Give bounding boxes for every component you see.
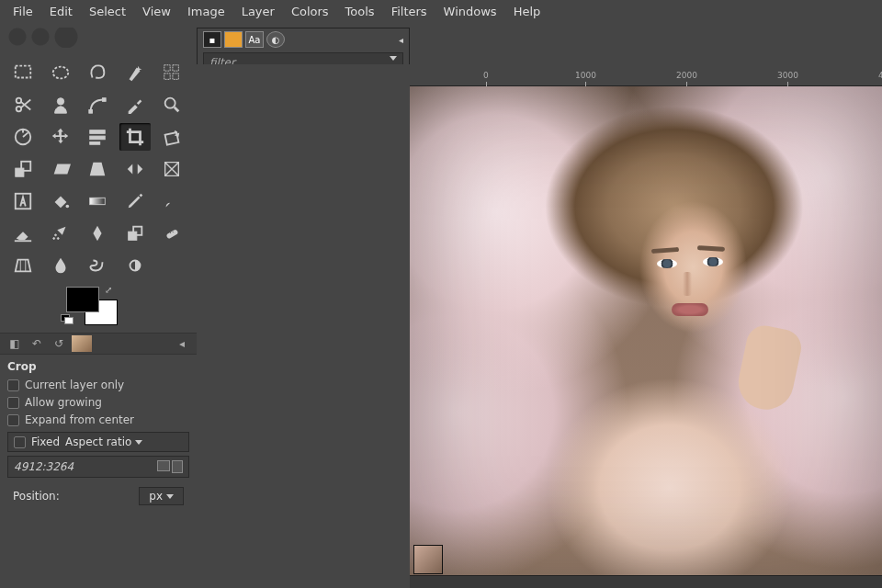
paths-tool[interactable]	[82, 91, 113, 119]
layer-thumbnail[interactable]	[413, 545, 443, 574]
rect-select-tool[interactable]	[7, 59, 39, 86]
default-colors-icon[interactable]	[61, 314, 74, 323]
dock-menu-icon[interactable]: ◂	[173, 335, 191, 352]
portrait-icon[interactable]	[172, 460, 183, 473]
toolbox-header-decoration	[0, 22, 197, 53]
menu-tools[interactable]: Tools	[338, 2, 382, 21]
portrait-hand	[734, 322, 805, 415]
expand-from-center-option[interactable]: Expand from center	[7, 413, 189, 426]
checkbox-icon[interactable]	[14, 436, 26, 448]
svg-point-20	[65, 205, 69, 209]
dodge-burn-tool[interactable]	[119, 252, 151, 279]
heal-tool[interactable]	[156, 220, 187, 247]
scissors-tool[interactable]	[7, 91, 39, 119]
tool-options-panel: Crop Current layer only Allow growing Ex…	[0, 354, 197, 513]
fuzzy-select-tool[interactable]	[119, 59, 151, 86]
paintbrush-tool[interactable]	[156, 187, 187, 215]
cage-tool[interactable]	[156, 155, 187, 183]
svg-rect-10	[103, 98, 107, 102]
layer-strip[interactable]	[410, 575, 882, 588]
scale-tool[interactable]	[7, 155, 39, 183]
brush-dock-tabs: ▪ Aa ◐ ◂	[198, 28, 409, 51]
landscape-icon[interactable]	[157, 460, 170, 471]
ruler-tick: 3000	[777, 71, 798, 80]
images-tab-icon[interactable]	[72, 335, 92, 352]
gradients-tab-icon[interactable]: ◐	[266, 31, 285, 48]
orientation-toggle[interactable]	[157, 460, 183, 473]
color-picker-tool[interactable]	[119, 91, 151, 119]
flip-tool[interactable]	[119, 155, 151, 183]
menu-edit[interactable]: Edit	[42, 2, 80, 21]
allow-growing-option[interactable]: Allow growing	[7, 396, 189, 409]
fixed-aspect-row[interactable]: Fixed Aspect ratio	[7, 432, 189, 452]
aspect-ratio-value[interactable]: 4912:3264	[14, 460, 74, 473]
menu-colors[interactable]: Colors	[284, 2, 336, 21]
option-label: Current layer only	[25, 379, 124, 391]
aspect-ratio-field[interactable]: 4912:3264	[7, 456, 189, 478]
current-layer-only-option[interactable]: Current layer only	[7, 379, 189, 391]
checkbox-icon[interactable]	[7, 414, 19, 426]
shear-tool[interactable]	[45, 155, 76, 183]
dock-menu-icon[interactable]: ◂	[399, 35, 403, 45]
foreground-select-tool[interactable]	[45, 91, 76, 119]
eraser-tool[interactable]	[7, 220, 39, 247]
svg-rect-2	[164, 65, 170, 71]
image-canvas[interactable]	[410, 86, 882, 588]
menu-image[interactable]: Image	[180, 2, 232, 21]
patterns-tab-icon[interactable]	[224, 31, 243, 48]
checkbox-icon[interactable]	[7, 397, 19, 409]
ink-tool[interactable]	[82, 220, 113, 247]
clone-tool[interactable]	[119, 220, 151, 247]
position-label: Position:	[13, 490, 60, 503]
airbrush-tool[interactable]	[45, 220, 76, 247]
horizontal-ruler[interactable]: 0 1000 2000 3000 4000	[410, 70, 882, 86]
pencil-tool[interactable]	[119, 187, 151, 215]
align-tool[interactable]	[82, 123, 113, 151]
blend-tool[interactable]	[82, 187, 113, 215]
fixed-mode-dropdown[interactable]: Aspect ratio	[65, 435, 183, 448]
menu-file[interactable]: File	[6, 2, 40, 21]
menu-windows[interactable]: Windows	[436, 2, 504, 21]
select-by-color-tool[interactable]	[156, 59, 187, 86]
photo-content	[410, 86, 882, 588]
svg-point-25	[57, 238, 59, 240]
smudge-tool[interactable]	[82, 252, 113, 279]
ruler-tick: 1000	[575, 71, 596, 80]
foreground-color-swatch[interactable]	[66, 287, 99, 312]
svg-point-1	[52, 67, 68, 79]
tool-options-title: Crop	[7, 360, 189, 373]
menu-filters[interactable]: Filters	[384, 2, 435, 21]
checkbox-icon[interactable]	[7, 379, 19, 391]
canvas-area: 0 1000 2000 3000 4000	[197, 64, 882, 588]
bucket-fill-tool[interactable]	[45, 187, 76, 215]
tools-grid	[0, 53, 197, 283]
zoom-tool[interactable]	[156, 91, 187, 119]
chevron-down-icon	[390, 56, 397, 61]
ellipse-select-tool[interactable]	[45, 59, 76, 86]
crop-tool[interactable]	[119, 123, 151, 151]
tool-options-tab-icon[interactable]: ◧	[6, 335, 24, 352]
fonts-tab-icon[interactable]: Aa	[245, 31, 264, 48]
swap-colors-icon[interactable]: ⤢	[105, 285, 112, 295]
measure-tool[interactable]	[7, 123, 39, 151]
menu-select[interactable]: Select	[82, 2, 133, 21]
blur-tool[interactable]	[45, 252, 76, 279]
position-unit-dropdown[interactable]: px	[139, 487, 184, 505]
svg-point-8	[57, 98, 63, 105]
menu-layer[interactable]: Layer	[234, 2, 282, 21]
color-swatches[interactable]: ⤢	[66, 287, 121, 333]
option-label: Expand from center	[25, 413, 134, 426]
menu-view[interactable]: View	[135, 2, 178, 21]
perspective-tool[interactable]	[82, 155, 113, 183]
move-tool[interactable]	[45, 123, 76, 151]
text-tool[interactable]	[7, 187, 39, 215]
free-select-tool[interactable]	[82, 59, 113, 86]
brushes-tab-icon[interactable]: ▪	[203, 31, 221, 48]
undo-history-tab-icon[interactable]: ↺	[50, 335, 68, 352]
rotate-tool[interactable]	[156, 123, 187, 151]
device-status-tab-icon[interactable]: ↶	[28, 335, 46, 352]
svg-rect-4	[164, 74, 170, 79]
svg-rect-13	[90, 130, 106, 134]
perspective-clone-tool[interactable]	[7, 252, 39, 279]
menu-help[interactable]: Help	[506, 2, 548, 21]
